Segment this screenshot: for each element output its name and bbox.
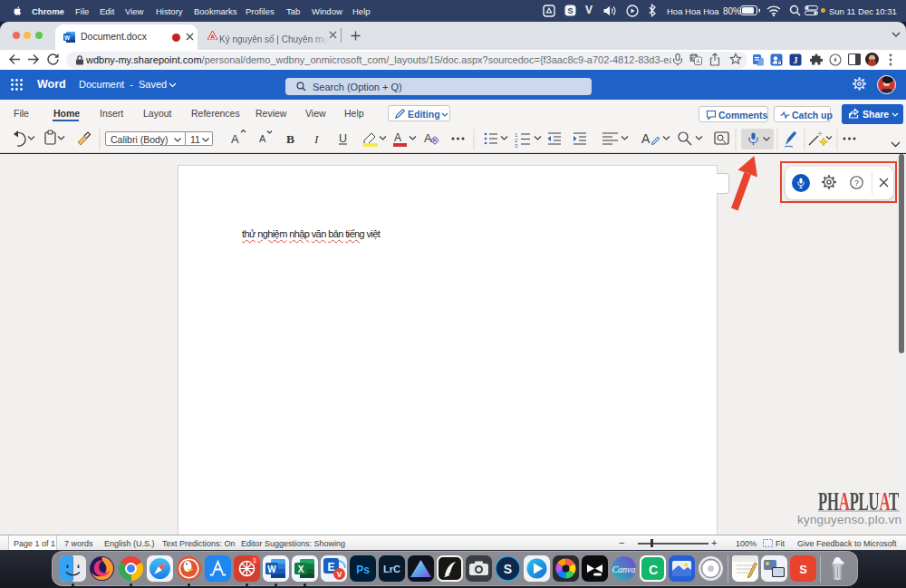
svg-text:?: ? — [854, 178, 859, 188]
svg-text:W: W — [267, 564, 276, 574]
svg-text:C: C — [648, 563, 657, 577]
svg-text:S: S — [567, 6, 573, 15]
svg-text:A: A — [696, 58, 700, 64]
svg-text:S: S — [799, 563, 807, 576]
svg-text:1: 1 — [252, 556, 255, 564]
svg-text:A: A — [231, 132, 239, 146]
svg-text:B: B — [286, 132, 294, 146]
svg-text:I: I — [313, 132, 320, 146]
svg-text:J: J — [794, 55, 798, 65]
svg-text:V: V — [336, 570, 342, 579]
svg-text:A: A — [210, 34, 215, 40]
svg-text:Ps: Ps — [356, 564, 370, 576]
svg-text:LrC: LrC — [383, 564, 400, 574]
svg-text:W: W — [64, 34, 71, 41]
svg-text:A: A — [641, 131, 651, 146]
svg-text:X: X — [297, 564, 304, 574]
svg-text:A: A — [394, 131, 401, 144]
svg-text:3: 3 — [515, 143, 518, 149]
svg-text:E: E — [327, 561, 334, 574]
svg-text:S: S — [503, 562, 511, 576]
svg-text:U: U — [339, 132, 347, 145]
svg-text:A: A — [424, 131, 432, 145]
svg-text:A: A — [259, 133, 266, 144]
svg-text:Canva: Canva — [612, 564, 635, 574]
